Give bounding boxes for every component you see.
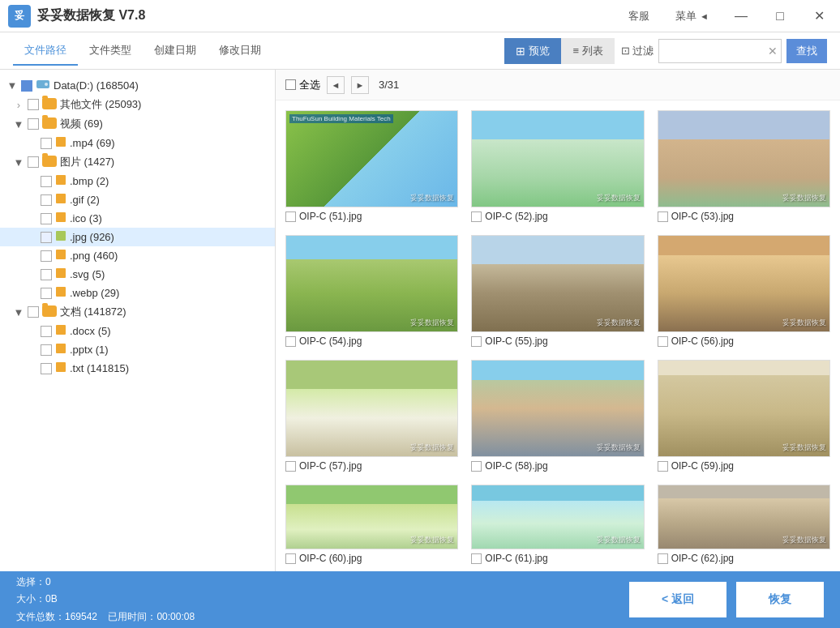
tree-checkbox-mp4[interactable] xyxy=(41,138,52,149)
tree-item-jpg[interactable]: .jpg (926) xyxy=(0,228,275,246)
list-item[interactable]: 妥妥数据恢复 OIP-C (56).jpg xyxy=(654,232,834,350)
customer-service-button[interactable]: 客服 xyxy=(622,6,656,27)
select-all-label[interactable]: 全选 xyxy=(299,78,320,92)
tree-checkbox-images[interactable] xyxy=(28,156,39,168)
tree-checkbox-other-files[interactable] xyxy=(28,99,39,110)
tree-checkbox-webp[interactable] xyxy=(41,288,52,299)
tree-item-videos[interactable]: ▼ 视频 (69) xyxy=(0,114,275,134)
tree-label-png: .png (460) xyxy=(70,250,118,262)
recovery-watermark: 妥妥数据恢复 xyxy=(597,193,641,203)
close-button[interactable]: ✕ xyxy=(806,3,832,29)
tree-label-data-drive: Data(D:) (168504) xyxy=(54,79,139,92)
restore-button[interactable]: 恢复 xyxy=(736,582,824,617)
list-item[interactable]: 妥妥数据恢复 OIP-C (57).jpg xyxy=(282,357,461,475)
tree-item-docs[interactable]: ▼ 文档 (141872) xyxy=(0,302,275,322)
list-item[interactable]: 妥妥数据恢复 OIP-C (62).jpg xyxy=(654,481,834,567)
tree-item-ico[interactable]: .ico (3) xyxy=(0,209,275,228)
list-item[interactable]: ThuFuSun Building Materials Tech 妥妥数据恢复 … xyxy=(282,107,461,225)
file-icon xyxy=(55,249,66,263)
tree-item-docx[interactable]: .docx (5) xyxy=(0,322,275,340)
tree-item-images[interactable]: ▼ 图片 (1427) xyxy=(0,152,275,172)
search-clear-button[interactable]: ✕ xyxy=(765,45,781,58)
file-checkbox[interactable] xyxy=(285,211,296,222)
tree-item-data-drive[interactable]: ▼ Data(D:) (168504) xyxy=(0,76,275,95)
tree-checkbox-videos[interactable] xyxy=(28,118,39,130)
list-item[interactable]: 妥妥数据恢复 OIP-C (60).jpg xyxy=(282,481,461,567)
file-checkbox[interactable] xyxy=(285,461,296,472)
recovery-watermark: 妥妥数据恢复 xyxy=(597,318,641,328)
file-checkbox[interactable] xyxy=(658,211,668,222)
tab-modified-date[interactable]: 修改日期 xyxy=(208,36,272,66)
file-checkbox[interactable] xyxy=(658,553,668,564)
tree-item-webp[interactable]: .webp (29) xyxy=(0,284,275,302)
select-all-checkbox[interactable] xyxy=(285,79,296,90)
file-name-text: OIP-C (53).jpg xyxy=(671,211,734,222)
file-checkbox[interactable] xyxy=(471,336,482,347)
app-logo: 妥 xyxy=(8,5,31,28)
tree-checkbox-txt[interactable] xyxy=(41,363,52,374)
search-box: ✕ xyxy=(658,39,782,63)
tree-checkbox-jpg[interactable] xyxy=(41,232,52,243)
tab-file-type[interactable]: 文件类型 xyxy=(78,36,143,66)
status-info: 选择：0 大小：0B 文件总数：169542 已用时间：00:00:08 xyxy=(16,574,619,626)
list-item[interactable]: 妥妥数据恢复 OIP-C (59).jpg xyxy=(654,357,834,475)
tree-item-svg[interactable]: .svg (5) xyxy=(0,265,275,284)
menu-button[interactable]: 菜单 ◄ xyxy=(669,6,715,27)
list-item[interactable]: 妥妥数据恢复 OIP-C (52).jpg xyxy=(468,107,647,225)
file-name-label: OIP-C (54).jpg xyxy=(285,335,362,347)
tree-item-bmp[interactable]: .bmp (2) xyxy=(0,172,275,190)
tree-item-pptx[interactable]: .pptx (1) xyxy=(0,340,275,359)
list-item[interactable]: 妥妥数据恢复 OIP-C (54).jpg xyxy=(282,232,461,350)
minimize-button[interactable]: — xyxy=(728,3,754,29)
list-item[interactable]: 妥妥数据恢复 OIP-C (61).jpg xyxy=(468,481,647,567)
tree-toggle-icon: ▼ xyxy=(13,306,24,318)
file-checkbox[interactable] xyxy=(658,336,668,347)
tree-checkbox-docx[interactable] xyxy=(41,326,52,337)
page-info: 3/31 xyxy=(379,79,399,91)
tree-checkbox-png[interactable] xyxy=(41,250,52,262)
search-input[interactable] xyxy=(659,40,765,62)
recovery-watermark: 妥妥数据恢复 xyxy=(597,442,641,453)
svg-rect-6 xyxy=(56,231,66,241)
tree-label-videos: 视频 (69) xyxy=(60,117,103,131)
back-button[interactable]: < 返回 xyxy=(629,582,726,617)
file-name-text: OIP-C (58).jpg xyxy=(485,460,547,472)
tree-checkbox-bmp[interactable] xyxy=(41,176,52,187)
preview-view-button[interactable]: ⊞ 预览 xyxy=(504,38,561,64)
file-thumbnail: 妥妥数据恢复 xyxy=(471,235,644,332)
recovery-watermark: 妥妥数据恢复 xyxy=(782,318,826,328)
folder-icon xyxy=(42,98,57,112)
file-checkbox[interactable] xyxy=(285,553,296,564)
app-logo-text: 妥 xyxy=(15,9,24,23)
tree-checkbox-docs[interactable] xyxy=(28,306,39,318)
tree-item-other-files[interactable]: › 其他文件 (25093) xyxy=(0,95,275,114)
file-name-label: OIP-C (58).jpg xyxy=(471,460,547,472)
file-checkbox[interactable] xyxy=(471,211,482,222)
tree-checkbox-pptx[interactable] xyxy=(41,344,52,356)
tree-toggle-icon: ▼ xyxy=(6,79,18,92)
list-item[interactable]: 妥妥数据恢复 OIP-C (53).jpg xyxy=(654,107,834,225)
file-checkbox[interactable] xyxy=(285,336,296,347)
list-item[interactable]: 妥妥数据恢复 OIP-C (58).jpg xyxy=(468,357,647,475)
file-checkbox[interactable] xyxy=(471,461,482,472)
file-checkbox[interactable] xyxy=(471,553,482,564)
next-page-button[interactable]: ► xyxy=(351,76,369,94)
list-view-button[interactable]: ≡ 列表 xyxy=(561,38,615,64)
tree-checkbox-svg[interactable] xyxy=(41,269,52,280)
list-item[interactable]: 妥妥数据恢复 OIP-C (55).jpg xyxy=(468,232,647,350)
tree-checkbox-ico[interactable] xyxy=(41,213,52,224)
tree-item-gif[interactable]: .gif (2) xyxy=(0,190,275,209)
tree-item-txt[interactable]: .txt (141815) xyxy=(0,359,275,378)
tree-item-mp4[interactable]: .mp4 (69) xyxy=(0,134,275,152)
maximize-button[interactable]: □ xyxy=(767,3,793,29)
file-checkbox[interactable] xyxy=(658,461,668,472)
tab-created-date[interactable]: 创建日期 xyxy=(143,36,208,66)
tree-item-png[interactable]: .png (460) xyxy=(0,246,275,265)
search-button[interactable]: 查找 xyxy=(786,39,827,63)
tree-label-docs: 文档 (141872) xyxy=(60,305,126,319)
tree-checkbox-gif[interactable] xyxy=(41,194,52,206)
tree-checkbox-data-drive[interactable] xyxy=(21,80,32,92)
list-label: 列表 xyxy=(582,44,603,58)
prev-page-button[interactable]: ◄ xyxy=(327,76,345,94)
tab-file-path[interactable]: 文件路径 xyxy=(13,36,78,66)
